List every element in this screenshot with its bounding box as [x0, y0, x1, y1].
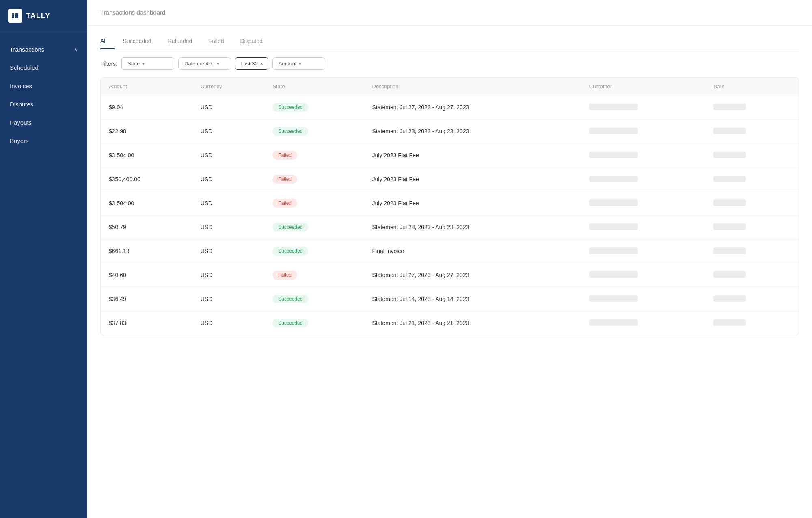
tab-failed[interactable]: Failed	[200, 34, 232, 49]
amount-filter-label: Amount	[279, 61, 297, 67]
sidebar-nav: Transactions ∧ Scheduled Invoices Disput…	[0, 32, 87, 518]
cell-customer	[581, 239, 705, 263]
customer-placeholder	[589, 295, 638, 302]
col-header-state: State	[264, 78, 364, 95]
table-row[interactable]: $661.13 USD Succeeded Final Invoice	[101, 239, 799, 263]
cell-customer	[581, 95, 705, 119]
sidebar-item-label: Buyers	[10, 137, 29, 144]
table-row[interactable]: $40.60 USD Failed Statement Jul 27, 2023…	[101, 263, 799, 287]
svg-rect-0	[12, 13, 14, 15]
table-row[interactable]: $22.98 USD Succeeded Statement Jul 23, 2…	[101, 119, 799, 143]
sidebar-item-label: Disputes	[10, 101, 33, 108]
tab-all[interactable]: All	[100, 34, 115, 49]
table-row[interactable]: $50.79 USD Succeeded Statement Jul 28, 2…	[101, 215, 799, 239]
sidebar-item-invoices[interactable]: Invoices	[0, 77, 87, 95]
cell-state: Failed	[264, 167, 364, 191]
cell-customer	[581, 287, 705, 311]
sidebar-item-disputes[interactable]: Disputes	[0, 95, 87, 113]
table-row[interactable]: $37.83 USD Succeeded Statement Jul 21, 2…	[101, 311, 799, 335]
table-row[interactable]: $350,400.00 USD Failed July 2023 Flat Fe…	[101, 167, 799, 191]
cell-description: Statement Jul 27, 2023 - Aug 27, 2023	[364, 263, 581, 287]
cell-amount: $350,400.00	[101, 167, 192, 191]
cell-date	[705, 239, 799, 263]
chevron-down-icon	[142, 61, 145, 67]
chevron-up-icon: ∧	[74, 47, 78, 52]
cell-date	[705, 287, 799, 311]
sidebar-item-label: Scheduled	[10, 64, 39, 71]
cell-customer	[581, 311, 705, 335]
sidebar-item-buyers[interactable]: Buyers	[0, 132, 87, 150]
customer-placeholder	[589, 152, 638, 158]
cell-description: Final Invoice	[364, 239, 581, 263]
table-row[interactable]: $36.49 USD Succeeded Statement Jul 14, 2…	[101, 287, 799, 311]
cell-state: Succeeded	[264, 311, 364, 335]
tabs-bar: All Succeeded Refunded Failed Disputed	[100, 26, 799, 49]
customer-placeholder	[589, 104, 638, 110]
sidebar-item-scheduled[interactable]: Scheduled	[0, 59, 87, 77]
cell-description: Statement Jul 23, 2023 - Aug 23, 2023	[364, 119, 581, 143]
sidebar: TALLY Transactions ∧ Scheduled Invoices …	[0, 0, 87, 518]
date-placeholder	[713, 319, 746, 326]
amount-filter-dropdown[interactable]: Amount	[272, 57, 325, 70]
cell-amount: $37.83	[101, 311, 192, 335]
state-filter-dropdown[interactable]: State	[121, 57, 174, 70]
cell-date	[705, 119, 799, 143]
customer-placeholder	[589, 176, 638, 182]
date-placeholder	[713, 152, 746, 158]
chip-label: Last 30	[240, 61, 258, 67]
logo-text: TALLY	[26, 12, 50, 20]
state-badge: Failed	[272, 151, 297, 160]
cell-date	[705, 95, 799, 119]
cell-currency: USD	[192, 191, 265, 215]
cell-customer	[581, 191, 705, 215]
cell-currency: USD	[192, 119, 265, 143]
last-30-chip[interactable]: Last 30 ×	[235, 57, 268, 70]
cell-amount: $3,504.00	[101, 191, 192, 215]
cell-state: Succeeded	[264, 119, 364, 143]
page-header: Transactions dashboard	[87, 0, 812, 26]
tab-disputed[interactable]: Disputed	[232, 34, 270, 49]
cell-amount: $50.79	[101, 215, 192, 239]
state-badge: Succeeded	[272, 223, 308, 232]
cell-state: Succeeded	[264, 287, 364, 311]
cell-currency: USD	[192, 215, 265, 239]
tab-refunded[interactable]: Refunded	[160, 34, 201, 49]
date-placeholder	[713, 247, 746, 254]
cell-description: Statement Jul 28, 2023 - Aug 28, 2023	[364, 215, 581, 239]
page-title: Transactions dashboard	[100, 9, 165, 16]
table-row[interactable]: $3,504.00 USD Failed July 2023 Flat Fee	[101, 143, 799, 167]
cell-amount: $36.49	[101, 287, 192, 311]
sidebar-logo: TALLY	[0, 0, 87, 32]
col-header-customer: Customer	[581, 78, 705, 95]
cell-description: Statement Jul 27, 2023 - Aug 27, 2023	[364, 95, 581, 119]
transactions-table: Amount Currency State Description Custom…	[101, 78, 799, 335]
chevron-down-icon	[299, 61, 301, 67]
date-placeholder	[713, 295, 746, 302]
cell-currency: USD	[192, 287, 265, 311]
cell-customer	[581, 215, 705, 239]
state-badge: Failed	[272, 199, 297, 208]
sidebar-item-payouts[interactable]: Payouts	[0, 113, 87, 132]
cell-description: July 2023 Flat Fee	[364, 191, 581, 215]
customer-placeholder	[589, 128, 638, 134]
cell-currency: USD	[192, 167, 265, 191]
content-area: All Succeeded Refunded Failed Disputed F…	[87, 26, 812, 518]
col-header-date: Date	[705, 78, 799, 95]
cell-currency: USD	[192, 239, 265, 263]
tab-succeeded[interactable]: Succeeded	[115, 34, 160, 49]
state-badge: Succeeded	[272, 295, 308, 303]
chip-close-icon[interactable]: ×	[260, 61, 263, 67]
col-header-amount: Amount	[101, 78, 192, 95]
state-badge: Succeeded	[272, 103, 308, 112]
state-badge: Succeeded	[272, 319, 308, 327]
state-filter-label: State	[127, 61, 140, 67]
table-row[interactable]: $9.04 USD Succeeded Statement Jul 27, 20…	[101, 95, 799, 119]
svg-rect-1	[12, 15, 14, 18]
table-row[interactable]: $3,504.00 USD Failed July 2023 Flat Fee	[101, 191, 799, 215]
date-placeholder	[713, 271, 746, 278]
col-header-description: Description	[364, 78, 581, 95]
sidebar-item-transactions[interactable]: Transactions ∧	[0, 40, 87, 59]
date-created-filter-dropdown[interactable]: Date created	[178, 57, 231, 70]
chevron-down-icon	[217, 61, 219, 67]
cell-date	[705, 191, 799, 215]
